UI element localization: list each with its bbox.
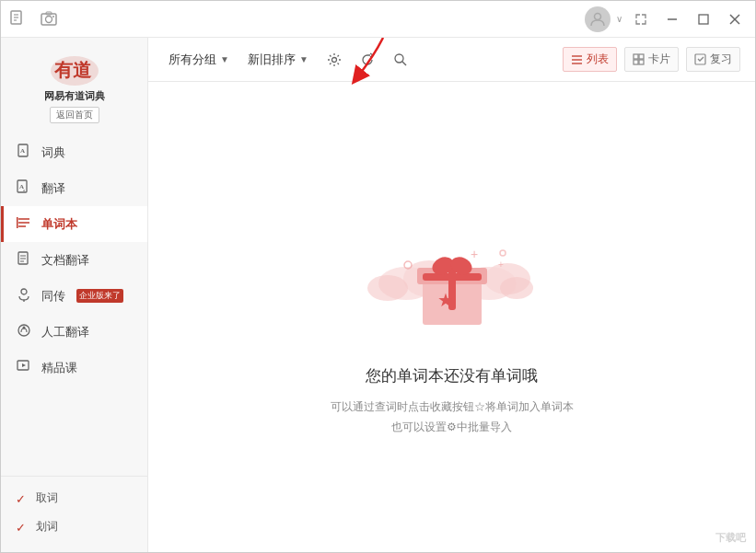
sort-dropdown[interactable]: 新旧排序 ▼ xyxy=(242,48,314,72)
danciben-label: 单词本 xyxy=(41,216,77,233)
filter-dropdown[interactable]: 所有分组 ▼ xyxy=(163,48,235,72)
quci-check-icon: ✓ xyxy=(16,492,29,505)
camera-icon[interactable] xyxy=(40,9,60,29)
filter-arrow-icon: ▼ xyxy=(220,54,229,64)
svg-text:a: a xyxy=(23,188,26,192)
svg-rect-55 xyxy=(423,273,482,281)
empty-desc-line2: 也可以设置⚙中批量导入 xyxy=(331,418,574,438)
sidebar-item-cidian[interactable]: A 词典 xyxy=(1,134,147,170)
wendang-label: 文档翻译 xyxy=(41,252,89,269)
main-content: 有道 网易有道词典 返回首页 A 词典 xyxy=(1,38,755,552)
sidebar-nav: A 词典 A a 翻译 xyxy=(1,131,147,476)
sidebar-item-fanyi[interactable]: A a 翻译 xyxy=(1,170,147,206)
fit-window-btn[interactable] xyxy=(628,6,654,32)
svg-text:有道: 有道 xyxy=(53,60,92,80)
view-list-btn[interactable]: 列表 xyxy=(563,47,617,72)
title-bar-controls: ∨ xyxy=(585,6,748,32)
empty-illustration: ★ + + xyxy=(360,196,544,343)
svg-rect-41 xyxy=(639,54,644,59)
cidian-icon: A xyxy=(16,144,32,161)
file-icon[interactable] xyxy=(8,9,29,29)
svg-rect-40 xyxy=(634,54,638,59)
svg-text:A: A xyxy=(20,147,25,155)
empty-desc-line1: 可以通过查词时点击收藏按钮☆将单词加入单词本 xyxy=(331,397,574,418)
minimize-btn[interactable] xyxy=(659,6,685,32)
fanyi-icon: A a xyxy=(16,179,32,197)
app-window: ∨ xyxy=(0,0,756,553)
maximize-btn[interactable] xyxy=(691,6,716,32)
svg-point-62 xyxy=(500,250,506,256)
right-panel: 所有分组 ▼ 新旧排序 ▼ xyxy=(148,38,755,552)
svg-point-51 xyxy=(500,277,533,299)
view-review-label: 复习 xyxy=(710,52,732,67)
svg-line-36 xyxy=(402,62,406,65)
svg-rect-10 xyxy=(699,15,708,24)
empty-title: 您的单词本还没有单词哦 xyxy=(366,365,538,386)
svg-point-5 xyxy=(46,16,52,22)
user-avatar[interactable] xyxy=(585,6,611,32)
svg-marker-33 xyxy=(22,363,26,367)
sidebar-item-tongchuan[interactable]: 同传 企业版来了 xyxy=(1,278,147,314)
svg-point-28 xyxy=(21,289,27,294)
svg-point-7 xyxy=(52,16,54,17)
svg-text:+: + xyxy=(498,259,504,270)
svg-rect-44 xyxy=(695,54,705,64)
cidian-label: 词典 xyxy=(41,144,65,161)
quci-label: 取词 xyxy=(36,490,58,506)
watermark: 下载吧 xyxy=(715,531,746,545)
search-btn[interactable] xyxy=(388,47,413,73)
view-list-label: 列表 xyxy=(587,52,609,67)
fanyi-label: 翻译 xyxy=(41,180,65,197)
sidebar-item-jingpin[interactable]: 精品课 xyxy=(1,350,147,386)
empty-desc: 可以通过查词时点击收藏按钮☆将单词加入单词本 也可以设置⚙中批量导入 xyxy=(331,397,574,437)
svg-rect-43 xyxy=(639,60,644,64)
svg-rect-23 xyxy=(17,217,18,228)
svg-point-8 xyxy=(595,13,601,19)
jingpin-icon xyxy=(16,359,32,376)
refresh-btn[interactable] xyxy=(355,47,380,73)
svg-point-48 xyxy=(367,275,408,301)
sidebar-item-danciben[interactable]: 单词本 xyxy=(1,206,147,242)
content-area: ★ + + 您的单词本还没有单词哦 可以通过查词时点击收藏按钮☆将单词加入单词本… xyxy=(148,82,755,552)
sidebar-bottom: ✓ 取词 ✓ 划词 xyxy=(1,476,147,552)
quci-checkbox[interactable]: ✓ 取词 xyxy=(1,484,147,513)
app-name-label: 网易有道词典 xyxy=(44,89,105,103)
svg-point-35 xyxy=(395,54,403,63)
wendang-icon xyxy=(16,251,32,269)
title-bar-left xyxy=(8,9,60,29)
tongchuan-badge: 企业版来了 xyxy=(76,289,123,303)
rengong-label: 人工翻译 xyxy=(41,324,89,340)
tongchuan-icon xyxy=(16,287,32,305)
rengong-icon xyxy=(16,323,32,340)
sidebar-item-rengong[interactable]: 人工翻译 xyxy=(1,314,147,350)
sidebar: 有道 网易有道词典 返回首页 A 词典 xyxy=(1,38,148,552)
jingpin-label: 精品课 xyxy=(41,360,77,376)
view-card-btn[interactable]: 卡片 xyxy=(624,47,679,72)
svg-text:★: ★ xyxy=(437,290,454,310)
huaci-checkbox[interactable]: ✓ 划词 xyxy=(1,513,147,541)
sort-label: 新旧排序 xyxy=(248,52,296,68)
toolbar-right: 列表 卡片 xyxy=(563,47,740,72)
home-button[interactable]: 返回首页 xyxy=(50,107,99,123)
youdao-logo-icon: 有道 xyxy=(47,51,102,87)
sidebar-logo: 有道 网易有道词典 返回首页 xyxy=(1,38,147,131)
svg-point-34 xyxy=(331,57,336,62)
sidebar-item-wendang[interactable]: 文档翻译 xyxy=(1,242,147,278)
svg-text:+: + xyxy=(471,247,478,261)
filter-label: 所有分组 xyxy=(169,52,216,68)
huaci-check-icon: ✓ xyxy=(16,521,29,534)
huaci-label: 划词 xyxy=(36,519,58,535)
toolbar-left: 所有分组 ▼ 新旧排序 ▼ xyxy=(163,47,555,73)
settings-btn[interactable] xyxy=(321,47,347,73)
svg-rect-4 xyxy=(41,14,56,25)
title-bar: ∨ xyxy=(1,1,755,38)
sort-arrow-icon: ▼ xyxy=(299,54,308,64)
toolbar: 所有分组 ▼ 新旧排序 ▼ xyxy=(148,38,755,82)
tongchuan-label: 同传 xyxy=(41,288,65,305)
danciben-icon xyxy=(16,215,32,233)
view-review-btn[interactable]: 复习 xyxy=(686,47,740,72)
close-btn[interactable] xyxy=(722,6,748,32)
svg-rect-42 xyxy=(634,60,638,64)
svg-point-31 xyxy=(23,327,26,329)
view-card-label: 卡片 xyxy=(648,52,670,67)
